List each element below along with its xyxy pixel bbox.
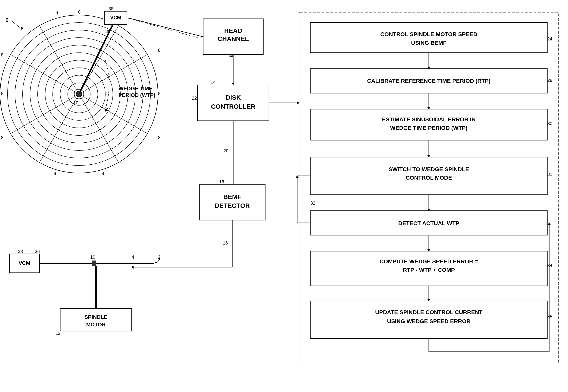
svg-text:20: 20: [223, 148, 229, 153]
svg-text:ESTIMATE SINUSOIDAL ERROR IN: ESTIMATE SINUSOIDAL ERROR IN: [382, 116, 475, 123]
svg-text:SPINDLE: SPINDLE: [84, 314, 107, 320]
svg-text:12: 12: [55, 331, 61, 336]
svg-line-61: [128, 18, 203, 37]
svg-point-19: [76, 91, 82, 97]
svg-text:VCM: VCM: [110, 15, 121, 20]
svg-text:34: 34: [547, 263, 552, 268]
svg-text:RTP - WTP + COMP: RTP - WTP + COMP: [403, 267, 455, 273]
svg-text:18: 18: [219, 179, 224, 184]
svg-text:8: 8: [158, 135, 160, 140]
svg-text:BEMF: BEMF: [223, 193, 241, 200]
svg-text:USING BEMF: USING BEMF: [411, 40, 446, 46]
svg-text:14: 14: [211, 80, 216, 85]
svg-text:DISK: DISK: [225, 94, 241, 101]
svg-text:16: 16: [223, 240, 228, 245]
svg-text:8: 8: [78, 9, 81, 14]
svg-marker-64: [232, 83, 235, 85]
svg-text:22: 22: [192, 96, 197, 101]
svg-line-130: [127, 18, 197, 38]
svg-rect-46: [92, 261, 96, 266]
svg-text:CALIBRATE REFERENCE TIME PERIO: CALIBRATE REFERENCE TIME PERIOD (RTP): [367, 78, 490, 84]
svg-text:32: 32: [310, 200, 315, 206]
svg-line-17: [79, 25, 113, 94]
svg-text:SWITCH TO WEDGE SPINDLE: SWITCH TO WEDGE SPINDLE: [388, 166, 469, 172]
svg-marker-79: [131, 266, 134, 269]
svg-text:24: 24: [547, 36, 552, 41]
svg-text:4: 4: [132, 254, 134, 260]
svg-line-50: [156, 259, 160, 262]
svg-text:UPDATE SPINDLE CONTROL CURRENT: UPDATE SPINDLE CONTROL CURRENT: [375, 309, 483, 315]
svg-text:PERIOD (WTP): PERIOD (WTP): [119, 92, 155, 98]
svg-text:WEDGE TIME PERIOD (WTP): WEDGE TIME PERIOD (WTP): [390, 125, 468, 131]
svg-text:10: 10: [90, 254, 95, 260]
svg-text:DETECT ACTUAL WTP: DETECT ACTUAL WTP: [398, 220, 459, 226]
svg-text:8: 8: [102, 171, 104, 176]
svg-text:8: 8: [158, 48, 160, 53]
svg-text:CONTROLLER: CONTROLLER: [211, 103, 255, 110]
svg-text:8: 8: [54, 171, 56, 176]
svg-text:10: 10: [73, 100, 78, 105]
svg-text:READ: READ: [224, 27, 242, 34]
svg-text:38: 38: [18, 249, 23, 254]
svg-text:8: 8: [1, 52, 3, 57]
svg-text:36: 36: [105, 29, 111, 34]
svg-text:6: 6: [55, 10, 58, 15]
svg-text:36: 36: [35, 249, 40, 254]
page: VCM 38 36 8 8 8 8 8 8 8 8 8 6 2 10 WEDGE…: [0, 0, 568, 392]
svg-text:VCM: VCM: [19, 260, 30, 266]
svg-text:MOTOR: MOTOR: [86, 322, 106, 327]
svg-text:CONTROL SPINDLE MOTOR SPEED: CONTROL SPINDLE MOTOR SPEED: [380, 31, 477, 37]
svg-marker-38: [104, 108, 108, 112]
svg-text:8: 8: [158, 91, 160, 96]
svg-text:28: 28: [547, 78, 552, 83]
svg-text:38: 38: [109, 6, 114, 11]
svg-text:DETECTOR: DETECTOR: [215, 202, 250, 209]
svg-text:40: 40: [229, 53, 235, 58]
svg-text:2: 2: [6, 17, 8, 23]
svg-text:8: 8: [1, 91, 3, 96]
svg-text:COMPUTE WEDGE SPEED ERROR =: COMPUTE WEDGE SPEED ERROR =: [380, 258, 478, 265]
svg-marker-36: [21, 26, 24, 30]
svg-marker-62: [201, 36, 203, 38]
svg-text:WEDGE TIME: WEDGE TIME: [119, 85, 152, 91]
svg-text:CHANNEL: CHANNEL: [218, 35, 249, 42]
svg-text:8: 8: [1, 135, 3, 140]
svg-text:USING WEDGE SPEED ERROR: USING WEDGE SPEED ERROR: [387, 318, 471, 324]
svg-text:CONTROL MODE: CONTROL MODE: [406, 175, 452, 181]
svg-line-35: [11, 21, 21, 28]
svg-text:31: 31: [547, 172, 552, 177]
svg-rect-83: [310, 23, 547, 53]
svg-text:35: 35: [547, 314, 552, 319]
svg-text:2: 2: [158, 254, 160, 260]
svg-text:30: 30: [547, 121, 552, 126]
